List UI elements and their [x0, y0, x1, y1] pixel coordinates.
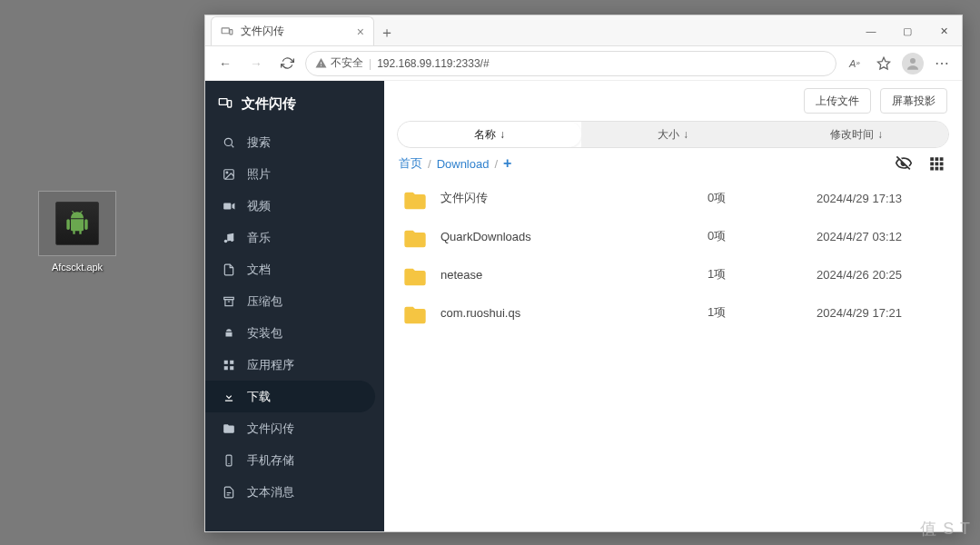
sort-arrow-icon: ↓: [500, 128, 505, 141]
sidebar-item-label: 应用程序: [247, 357, 294, 373]
upload-button[interactable]: 上传文件: [804, 88, 871, 114]
sidebar-item-photos[interactable]: 照片: [205, 158, 384, 190]
svg-rect-20: [230, 366, 233, 370]
sidebar-item-label: 文档: [247, 262, 271, 278]
android-icon: [222, 326, 236, 341]
archive-icon: [222, 294, 236, 309]
favorite-icon[interactable]: [871, 51, 896, 76]
window-controls: — ▢ ✕: [853, 16, 962, 45]
sidebar-item-videos[interactable]: 视频: [205, 190, 384, 222]
music-icon: [222, 231, 236, 245]
security-warning: 不安全: [315, 55, 363, 71]
sort-size[interactable]: 大小 ↓: [581, 122, 765, 147]
file-list: 文件闪传 0项 2024/4/29 17:13 QuarkDownloads 0…: [384, 179, 962, 531]
file-size: 0项: [708, 190, 817, 206]
address-bar[interactable]: 不安全 | 192.168.99.119:2333/#: [305, 51, 836, 76]
tab-title: 文件闪传: [241, 24, 284, 39]
more-icon[interactable]: ⋯: [929, 51, 955, 76]
sidebar-item-label: 手机存储: [247, 452, 294, 469]
folder-icon: [402, 188, 428, 208]
sidebar: 文件闪传 搜索 照片 视频 音乐 文档: [205, 81, 384, 531]
desktop-icon-label: Afcsckt.apk: [38, 262, 116, 272]
svg-rect-30: [940, 163, 944, 166]
sidebar-item-label: 照片: [247, 166, 271, 183]
sidebar-item-apks[interactable]: 安装包: [205, 317, 384, 349]
sidebar-item-flash[interactable]: 文件闪传: [205, 412, 384, 444]
app-brand: 文件闪传: [205, 81, 384, 126]
sort-name-label: 名称: [474, 127, 496, 143]
svg-rect-1: [230, 29, 233, 34]
maximize-button[interactable]: ▢: [889, 16, 926, 45]
sidebar-item-docs[interactable]: 文档: [205, 253, 384, 285]
svg-rect-25: [930, 157, 934, 161]
browser-tab[interactable]: 文件闪传 ×: [211, 16, 374, 45]
folder-icon: [402, 226, 428, 246]
svg-rect-10: [223, 203, 231, 209]
svg-rect-5: [228, 101, 232, 107]
list-item[interactable]: com.ruoshui.qs 1项 2024/4/29 17:21: [384, 293, 962, 332]
desktop-apk-icon[interactable]: Afcsckt.apk: [38, 191, 116, 272]
visibility-off-icon[interactable]: [893, 153, 915, 174]
list-item[interactable]: netease 1项 2024/4/26 20:25: [384, 255, 962, 293]
sidebar-item-label: 文件闪传: [247, 421, 294, 437]
file-name: com.ruoshui.qs: [441, 306, 708, 320]
search-icon: [222, 135, 236, 150]
forward-button[interactable]: →: [243, 51, 269, 76]
grid-view-icon[interactable]: [926, 153, 947, 174]
sort-mtime[interactable]: 修改时间 ↓: [765, 122, 948, 147]
svg-line-7: [232, 144, 234, 147]
svg-rect-32: [935, 167, 939, 171]
file-name: 文件闪传: [441, 190, 708, 206]
svg-rect-15: [225, 299, 233, 305]
svg-marker-11: [233, 203, 235, 209]
sidebar-item-label: 压缩包: [247, 293, 282, 310]
svg-rect-26: [935, 157, 939, 161]
sidebar-item-archives[interactable]: 压缩包: [205, 285, 384, 317]
close-window-button[interactable]: ✕: [926, 16, 962, 45]
svg-point-13: [231, 238, 234, 242]
breadcrumb-path[interactable]: Download: [437, 157, 490, 171]
breadcrumb-home[interactable]: 首页: [399, 155, 422, 172]
svg-rect-31: [930, 167, 934, 171]
folder-icon: [402, 264, 428, 284]
url-text: 192.168.99.119:2333/#: [377, 57, 489, 70]
screen-cast-button[interactable]: 屏幕投影: [880, 88, 947, 114]
sidebar-item-search[interactable]: 搜索: [205, 126, 384, 158]
download-icon: [222, 390, 236, 404]
svg-rect-0: [222, 27, 229, 33]
back-button[interactable]: ←: [213, 51, 238, 76]
file-size: 1项: [708, 304, 817, 321]
list-item[interactable]: 文件闪传 0项 2024/4/29 17:13: [384, 179, 962, 217]
sort-name[interactable]: 名称 ↓: [398, 122, 581, 147]
refresh-button[interactable]: [274, 51, 300, 76]
devices-icon: [221, 25, 233, 38]
titlebar: 文件闪传 × ＋ — ▢ ✕: [205, 15, 962, 46]
read-aloud-icon[interactable]: A»: [842, 51, 867, 76]
list-item[interactable]: QuarkDownloads 0项 2024/4/27 03:12: [384, 217, 962, 255]
add-button[interactable]: +: [503, 155, 511, 172]
desktop-icon-box: [38, 191, 116, 256]
sort-tabs: 名称 ↓ 大小 ↓ 修改时间 ↓: [397, 121, 949, 148]
svg-rect-4: [219, 99, 227, 105]
sidebar-item-download[interactable]: 下载: [205, 381, 375, 412]
android-icon: [55, 202, 99, 245]
sidebar-item-label: 视频: [247, 198, 271, 214]
folder-icon: [402, 302, 428, 322]
sidebar-item-msg[interactable]: 文本消息: [205, 476, 384, 508]
action-bar: 上传文件 屏幕投影: [384, 81, 962, 121]
toolbar-right: A» ⋯: [842, 51, 955, 76]
sidebar-item-music[interactable]: 音乐: [205, 222, 384, 253]
svg-marker-2: [877, 57, 889, 69]
sidebar-item-storage[interactable]: 手机存储: [205, 444, 384, 476]
sidebar-item-label: 下载: [247, 389, 271, 405]
svg-rect-19: [224, 366, 228, 370]
minimize-button[interactable]: —: [853, 16, 889, 45]
close-icon[interactable]: ×: [357, 25, 364, 39]
sort-arrow-icon: ↓: [683, 128, 688, 141]
new-tab-button[interactable]: ＋: [374, 20, 400, 45]
sidebar-item-apps[interactable]: 应用程序: [205, 349, 384, 381]
svg-point-12: [224, 239, 228, 243]
profile-button[interactable]: [900, 51, 926, 76]
brand-label: 文件闪传: [242, 95, 296, 113]
video-icon: [222, 199, 236, 213]
